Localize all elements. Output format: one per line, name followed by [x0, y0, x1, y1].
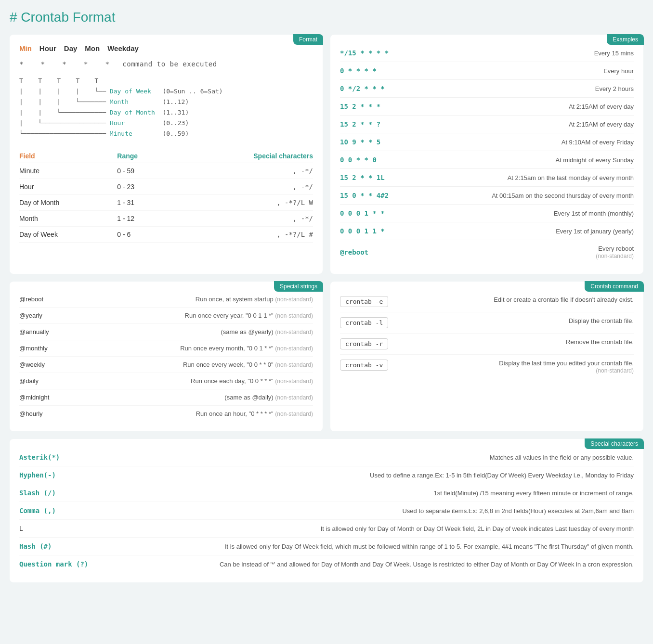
example-code: 0 0 0 1 1 *: [340, 227, 385, 235]
example-code: 0 0 0 1 * *: [340, 209, 385, 217]
cmd-row: crontab -r Remove the crontab file.: [340, 334, 634, 355]
field-special: , -*/: [168, 179, 313, 194]
example-desc: At 2:15AM of every day: [569, 121, 634, 128]
sc-val: Can be instead of '*' and allowed for Da…: [106, 561, 634, 568]
ss-key: @midnight: [19, 394, 49, 401]
examples-card: Examples */15 * * * * Every 15 mins 0 * …: [330, 35, 643, 274]
ss-badge: Special strings: [274, 281, 323, 292]
ss-key: @annually: [19, 328, 49, 335]
example-row: 10 9 * * 5 At 9:10AM of every Friday: [340, 133, 634, 151]
example-desc: At 9:10AM of every Friday: [562, 139, 634, 146]
cmd-desc: Display the crontab file.: [396, 317, 634, 324]
examples-list: */15 * * * * Every 15 mins 0 * * * * Eve…: [340, 44, 634, 264]
command-line: * * * * * command to be executed: [19, 60, 313, 68]
ss-val: Run once an hour, "0 * * * *" (non-stand…: [196, 410, 313, 417]
label-weekday: Weekday: [107, 44, 139, 52]
cmd-badge: Crontab command: [585, 281, 644, 292]
ss-val: Run once every week, "0 0 * * 0" (non-st…: [183, 361, 313, 368]
example-desc: Every 15 mins: [594, 50, 634, 57]
example-row: @reboot Every reboot(non-standard): [340, 240, 634, 264]
field-name: Day of Month: [19, 194, 117, 210]
format-card: Format Min Hour Day Mon Weekday * * * * …: [10, 35, 323, 274]
ss-row: @annually (same as @yearly) (non-standar…: [19, 324, 313, 340]
example-code: 15 2 * * 1L: [340, 174, 385, 181]
format-header: Min Hour Day Mon Weekday: [19, 44, 313, 52]
example-desc: Every hour: [603, 67, 634, 75]
sc-key: Hyphen(-): [19, 471, 96, 479]
field-special: , -*?/L #: [168, 226, 313, 242]
cmd-desc: Display the last time you edited your cr…: [396, 360, 634, 374]
example-desc: At midnight of every Sunday: [555, 156, 634, 164]
example-code: 10 9 * * 5: [340, 138, 380, 146]
ss-row: @reboot Run once, at system startup (non…: [19, 291, 313, 308]
example-row: 0 */2 * * * Every 2 hours: [340, 80, 634, 98]
table-row: Day of Week 0 - 6 , -*?/L #: [19, 226, 313, 242]
sc-row: Slash (/) 1st field(Minute) /15 meaning …: [19, 484, 634, 502]
sc-key: Slash (/): [19, 489, 96, 497]
sc-row: Question mark (?) Can be instead of '*' …: [19, 555, 634, 573]
example-desc: Every 1st of january (yearly): [556, 228, 634, 235]
table-row: Minute 0 - 59 , -*/: [19, 163, 313, 179]
col-special: Special characters: [168, 149, 313, 163]
label-min: Min: [19, 44, 32, 52]
ss-key: @monthly: [19, 345, 48, 352]
col-range: Range: [117, 149, 168, 163]
example-code: 0 * * * *: [340, 67, 377, 75]
example-row: 0 0 * * 0 At midnight of every Sunday: [340, 151, 634, 169]
example-code: 15 2 * * *: [340, 103, 380, 110]
cmd-row: crontab -e Edit or create a crontab file…: [340, 291, 634, 312]
sc-row: Comma (,) Used to separate items.Ex: 2,6…: [19, 502, 634, 520]
example-desc: At 2:15am on the last monday of every mo…: [508, 174, 634, 181]
example-row: 15 2 * * ? At 2:15AM of every day: [340, 116, 634, 133]
ss-key: @weekly: [19, 361, 45, 368]
label-day: Day: [64, 44, 78, 52]
example-row: 0 0 0 1 * * Every 1st of month (monthly): [340, 205, 634, 222]
ss-row: @daily Run once each day, "0 0 * * *" (n…: [19, 373, 313, 389]
field-name: Month: [19, 210, 117, 226]
table-row: Month 1 - 12 , -*/: [19, 210, 313, 226]
ss-val: Run once each day, "0 0 * * *" (non-stan…: [191, 377, 313, 385]
example-code: 15 0 * * 4#2: [340, 192, 389, 199]
example-row: 15 2 * * * At 2:15AM of every day: [340, 98, 634, 116]
sc-key: L: [19, 525, 96, 532]
sc-row: Hash (#) It is allowed only for Day Of W…: [19, 538, 634, 555]
example-desc: At 00:15am on the second thursday of eve…: [492, 192, 634, 199]
sc-key: Asterik(*): [19, 453, 96, 461]
cmd-desc: Remove the crontab file.: [396, 338, 634, 346]
sc-key: Question mark (?): [19, 560, 96, 568]
ss-row: @midnight (same as @daily) (non-standard…: [19, 389, 313, 406]
example-row: 0 * * * * Every hour: [340, 62, 634, 80]
format-diagram: T T T T T | | | | └── Day of Week (0=Sun…: [19, 76, 313, 140]
field-range: 1 - 12: [117, 210, 168, 226]
fields-table: Field Range Special characters Minute 0 …: [19, 149, 313, 243]
ss-row: @hourly Run once an hour, "0 * * * *" (n…: [19, 406, 313, 422]
sc-row: Hyphen(-) Used to define a range.Ex: 1-5…: [19, 466, 634, 484]
cmd-row: crontab -l Display the crontab file.: [340, 312, 634, 334]
example-desc: Every 2 hours: [595, 85, 634, 92]
example-code: 0 0 * * 0: [340, 156, 377, 164]
format-badge: Format: [293, 34, 323, 45]
ss-row: @yearly Run once every year, "0 0 1 1 *"…: [19, 308, 313, 324]
ss-val: Run once, at system startup (non-standar…: [196, 296, 313, 303]
examples-badge: Examples: [607, 34, 644, 45]
example-code: */15 * * * *: [340, 49, 389, 57]
example-code: 15 2 * * ?: [340, 120, 380, 128]
crontab-cmd-card: Crontab command crontab -e Edit or creat…: [330, 282, 643, 431]
sc-val: 1st field(Minute) /15 meaning every fift…: [106, 489, 634, 497]
sc-key: Hash (#): [19, 542, 96, 550]
sc-val: It is allowed only for Day Of Week field…: [106, 543, 634, 550]
field-special: , -*?/L W: [168, 194, 313, 210]
ss-key: @daily: [19, 377, 39, 385]
example-code: @reboot: [340, 248, 368, 256]
example-row: 0 0 0 1 1 * Every 1st of january (yearly…: [340, 222, 634, 240]
sc-val: It is allowed only for Day of Month or D…: [106, 525, 634, 532]
ss-val: (same as @daily) (non-standard): [224, 394, 313, 401]
cmd-list: crontab -e Edit or create a crontab file…: [340, 291, 634, 379]
example-desc: At 2:15AM of every day: [569, 103, 634, 110]
cmd-desc: Edit or create a crontab file if doesn't…: [396, 296, 634, 303]
example-desc: Every 1st of month (monthly): [554, 210, 634, 217]
field-range: 1 - 31: [117, 194, 168, 210]
special-strings-card: Special strings @reboot Run once, at sys…: [10, 282, 323, 431]
label-hour: Hour: [39, 44, 56, 52]
sc-val: Matches all values in the field or any p…: [106, 454, 634, 461]
